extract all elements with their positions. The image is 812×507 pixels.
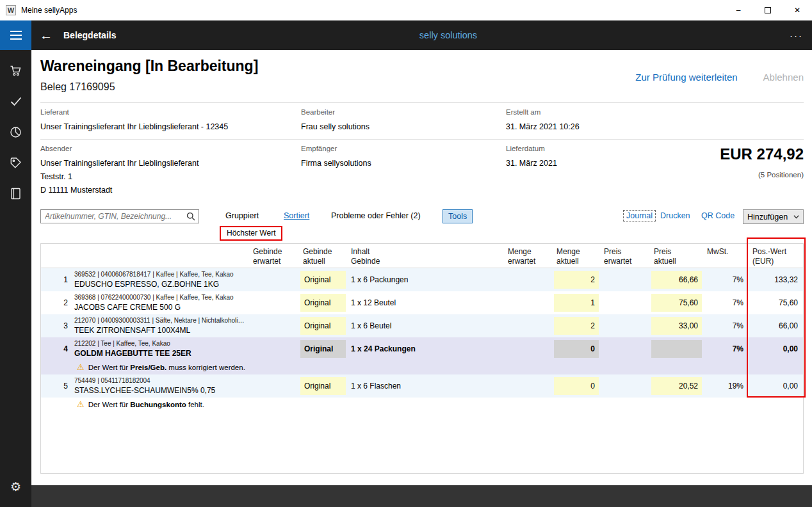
position-count: (5 Positionen) [720, 171, 804, 179]
table-row[interactable]: 5 754449 | 05411718182004 STASS.LYCHEE-S… [41, 374, 803, 398]
header-number [41, 244, 73, 268]
header-mwst[interactable]: MwSt. [703, 244, 749, 268]
table-row-selected[interactable]: 4 212202 | Tee | Kaffee, Tee, Kakao GOLD… [41, 337, 803, 360]
empfaenger-value: Firma sellysolutions [301, 157, 506, 170]
footer-bar [31, 485, 812, 507]
tools-button[interactable]: Tools [443, 209, 473, 223]
reject-button[interactable]: Ablehnen [763, 72, 804, 83]
print-link[interactable]: Drucken [660, 211, 690, 220]
article-cell[interactable]: 754449 | 05411718182004 STASS.LYCHEE-SCH… [73, 374, 249, 398]
menge-aktuell-cell[interactable]: 0 [553, 337, 600, 360]
window-title: Meine sellyApps [21, 6, 77, 15]
search-input[interactable] [41, 212, 186, 221]
add-dropdown-button[interactable]: Hinzufügen [743, 209, 804, 224]
maximize-icon [765, 7, 771, 13]
preis-aktuell-cell[interactable]: 20,52 [650, 374, 703, 398]
header-menge-erwartet[interactable]: Menge erwartet [504, 244, 553, 268]
sidebar-item-reports[interactable] [0, 117, 31, 147]
gebinde-aktuell-cell[interactable]: Original [299, 291, 347, 314]
header-preis-erwartet[interactable]: Preis erwartet [600, 244, 650, 268]
divider [40, 102, 804, 103]
journal-link[interactable]: Journal [623, 210, 656, 221]
window-titlebar: W Meine sellyApps – ✕ [0, 0, 812, 20]
inhalt-cell: 1 x 6 Beutel [347, 314, 504, 337]
header-pos-wert[interactable]: Pos.-Wert (EUR) [749, 244, 803, 268]
gebinde-erwartet-cell [249, 268, 299, 291]
inhalt-cell: 1 x 12 Beutel [347, 291, 504, 314]
article-meta: 369368 | 07622400000730 | Kaffee | Kaffe… [73, 293, 249, 302]
gebinde-aktuell-cell[interactable]: Original [299, 314, 347, 337]
preis-erwartet-cell [600, 268, 650, 291]
menge-erwartet-cell [504, 268, 553, 291]
menge-aktuell-cell[interactable]: 2 [553, 268, 600, 291]
preis-erwartet-cell [600, 374, 650, 398]
erstellt-am-label: Erstellt am [506, 108, 804, 116]
menge-aktuell-cell[interactable]: 0 [553, 374, 600, 398]
close-button[interactable]: ✕ [783, 0, 812, 20]
gebinde-aktuell-cell[interactable]: Original [299, 268, 347, 291]
sidebar-item-settings[interactable]: ⚙ [0, 471, 31, 502]
grouped-toggle[interactable]: Gruppiert [225, 211, 259, 220]
maximize-button[interactable] [753, 0, 783, 20]
gebinde-aktuell-cell[interactable]: Original [299, 374, 347, 398]
warning-icon: ⚠ [77, 400, 85, 408]
qr-code-link[interactable]: QR Code [701, 211, 735, 220]
menge-erwartet-cell [504, 337, 553, 360]
preis-aktuell-cell[interactable]: 75,60 [650, 291, 703, 314]
article-cell[interactable]: 369368 | 07622400000730 | Kaffee | Kaffe… [73, 291, 249, 314]
minimize-button[interactable]: – [724, 0, 753, 20]
article-cell[interactable]: 369532 | 04006067818417 | Kaffee | Kaffe… [73, 268, 249, 291]
sidebar-item-tasks[interactable] [0, 86, 31, 117]
sidebar-item-prices[interactable] [0, 147, 31, 178]
hamburger-icon [10, 31, 22, 40]
gebinde-erwartet-cell [249, 314, 299, 337]
more-options-button[interactable]: ··· [790, 30, 803, 41]
preis-erwartet-cell [600, 314, 650, 337]
sorted-toggle[interactable]: Sortiert [284, 211, 309, 220]
inhalt-cell: 1 x 24 Packungen [347, 337, 504, 360]
bearbeiter-value: Frau selly solutions [301, 120, 506, 134]
warning-text: Der Wert für Buchungskonto fehlt. [88, 401, 204, 408]
preis-aktuell-cell[interactable] [650, 337, 703, 360]
header-preis-aktuell[interactable]: Preis aktuell [650, 244, 703, 268]
mwst-cell: 7% [703, 337, 749, 360]
article-cell[interactable]: 212202 | Tee | Kaffee, Tee, Kakao GOLDM … [73, 337, 249, 360]
table-row[interactable]: 3 212070 | 04009300003311 | Säfte, Nekta… [41, 314, 803, 337]
preis-aktuell-cell[interactable]: 66,66 [650, 268, 703, 291]
header-menge-aktuell[interactable]: Menge aktuell [553, 244, 600, 268]
article-cell[interactable]: 212070 | 04009300003311 | Säfte, Nektare… [73, 314, 249, 337]
tag-icon [10, 157, 22, 169]
inhalt-cell: 1 x 6 Packungen [347, 268, 504, 291]
gear-icon: ⚙ [10, 479, 21, 494]
search-icon[interactable] [186, 212, 195, 221]
menge-aktuell-cell[interactable]: 2 [553, 314, 600, 337]
pos-wert-cell: 133,32 [749, 268, 803, 291]
table-row[interactable]: 2 369368 | 07622400000730 | Kaffee | Kaf… [41, 291, 803, 314]
mwst-cell: 7% [703, 268, 749, 291]
article-name: EDUSCHO ESPRESSO, GZ.BOHNE 1KG [73, 279, 249, 289]
header-gebinde-aktuell[interactable]: Gebinde aktuell [299, 244, 347, 268]
hamburger-menu-button[interactable] [0, 20, 31, 50]
table-row[interactable]: 1 369532 | 04006067818417 | Kaffee | Kaf… [41, 268, 803, 291]
article-meta: 212070 | 04009300003311 | Säfte, Nektare… [73, 316, 249, 325]
menge-aktuell-cell[interactable]: 1 [553, 291, 600, 314]
pos-wert-cell: 75,60 [749, 291, 803, 314]
row-number: 5 [41, 374, 73, 398]
gebinde-aktuell-cell[interactable]: Original [299, 337, 347, 360]
row-number: 3 [41, 314, 73, 337]
problems-filter[interactable]: Probleme oder Fehler (2) [331, 211, 421, 220]
header-gebinde-erwartet[interactable]: Gebinde erwartet [249, 244, 299, 268]
bearbeiter-label: Bearbeiter [301, 108, 506, 116]
search-box[interactable] [40, 209, 199, 223]
brand-label: selly solutions [359, 30, 538, 40]
article-meta: 212202 | Tee | Kaffee, Tee, Kakao [73, 339, 249, 348]
sidebar-item-catalog[interactable] [0, 178, 31, 209]
header-article [73, 244, 249, 268]
header-inhalt-gebinde[interactable]: Inhalt Gebinde [347, 244, 504, 268]
back-button[interactable]: ← [31, 20, 61, 50]
sidebar-item-cart[interactable] [0, 55, 31, 86]
article-meta: 369532 | 04006067818417 | Kaffee | Kaffe… [73, 270, 249, 279]
cart-icon [10, 65, 22, 77]
preis-aktuell-cell[interactable]: 33,00 [650, 314, 703, 337]
forward-for-review-button[interactable]: Zur Prüfung weiterleiten [635, 72, 737, 83]
